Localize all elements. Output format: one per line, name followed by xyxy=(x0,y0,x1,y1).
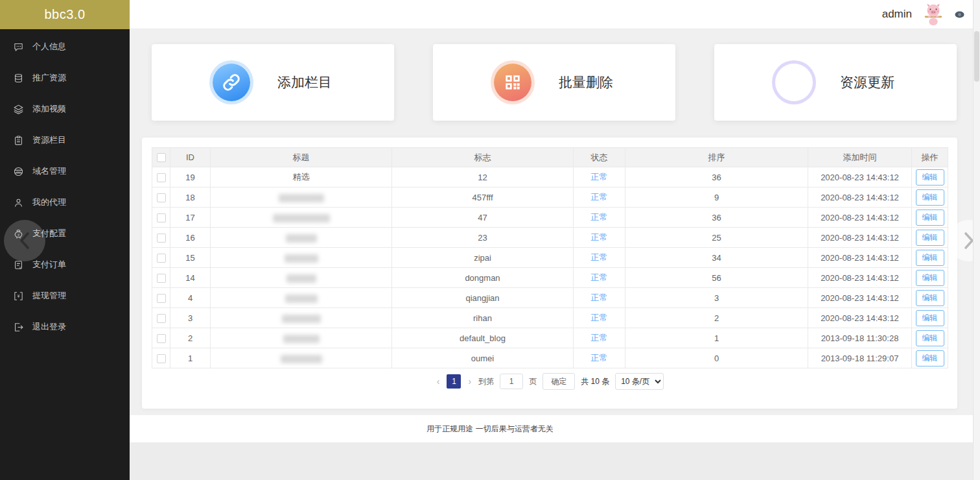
goto-label: 到第 xyxy=(478,376,494,387)
cell-ops: 编辑 xyxy=(912,268,948,288)
status-badge: 正常 xyxy=(591,293,608,302)
action-card-resource-update[interactable]: 资源更新 xyxy=(714,44,957,121)
cell-mark: default_blog xyxy=(392,328,574,348)
cell-status: 正常 xyxy=(574,348,625,368)
sidebar-item-my-agents[interactable]: 我的代理 xyxy=(0,187,130,218)
cell-status: 正常 xyxy=(574,328,625,348)
app-logo: bbc3.0 xyxy=(0,0,130,29)
redacted-title xyxy=(285,254,318,263)
cell-title xyxy=(211,248,392,268)
edit-button[interactable]: 编辑 xyxy=(916,250,944,266)
cell-sort: 2 xyxy=(625,308,808,328)
redacted-title xyxy=(283,335,320,343)
globe-icon: www xyxy=(13,166,24,177)
status-badge: 正常 xyxy=(591,272,608,282)
edit-button[interactable]: 编辑 xyxy=(916,310,944,326)
row-checkbox[interactable] xyxy=(157,274,166,283)
column-header: ID xyxy=(170,148,211,167)
row-checkbox[interactable] xyxy=(157,294,166,303)
redacted-title xyxy=(286,274,316,283)
sidebar-item-add-video[interactable]: 添加视频 xyxy=(0,93,130,125)
redacted-title xyxy=(282,315,321,323)
sidebar-item-withdraw-manage[interactable]: ¥ 提现管理 xyxy=(0,280,130,311)
username: admin xyxy=(882,8,912,21)
cell-id: 1 xyxy=(170,348,211,368)
sidebar-item-personal-info[interactable]: 个人信息 xyxy=(0,31,130,62)
cell-sort: 36 xyxy=(625,167,808,187)
edit-button[interactable]: 编辑 xyxy=(916,230,944,246)
svg-text:¥: ¥ xyxy=(19,266,21,270)
sidebar-item-resource-columns[interactable]: 资源栏目 xyxy=(0,125,130,156)
prev-page-button[interactable]: ‹ xyxy=(436,376,441,387)
cell-sort: 3 xyxy=(625,288,808,308)
edit-button[interactable]: 编辑 xyxy=(916,270,944,286)
sidebar-item-label: 域名管理 xyxy=(32,165,66,177)
page-label: 页 xyxy=(529,376,537,387)
row-checkbox[interactable] xyxy=(157,193,166,202)
clipboard-icon xyxy=(13,135,24,146)
page-size-select[interactable]: 10 条/页 xyxy=(615,373,664,390)
row-checkbox[interactable] xyxy=(157,173,166,182)
edit-button[interactable]: 编辑 xyxy=(916,210,944,226)
cell-ops: 编辑 xyxy=(912,167,948,187)
action-card-add-column[interactable]: 添加栏目 xyxy=(152,44,394,121)
cell-ops: 编辑 xyxy=(912,288,948,308)
cell-status: 正常 xyxy=(574,248,625,268)
cell-time: 2020-08-23 14:43:12 xyxy=(808,208,912,228)
sidebar-item-label: 个人信息 xyxy=(32,41,66,53)
redacted-title xyxy=(273,214,330,222)
collapse-sidebar-button[interactable] xyxy=(4,220,45,261)
confirm-page-button[interactable]: 确定 xyxy=(542,373,575,390)
cell-select xyxy=(152,348,170,368)
select-all-checkbox[interactable] xyxy=(157,153,166,162)
row-checkbox[interactable] xyxy=(157,234,166,243)
cell-title xyxy=(211,187,392,208)
sidebar-item-logout[interactable]: 退出登录 xyxy=(0,311,130,342)
row-checkbox[interactable] xyxy=(157,334,166,343)
column-header: 添加时间 xyxy=(808,148,912,167)
cell-mark: 457fff xyxy=(392,187,574,208)
redacted-title xyxy=(286,234,317,243)
scrollbar-track[interactable] xyxy=(973,0,980,480)
cell-sort: 36 xyxy=(625,208,808,228)
title-text: 精选 xyxy=(293,172,310,182)
cell-status: 正常 xyxy=(574,208,625,228)
row-checkbox[interactable] xyxy=(157,314,166,323)
action-card-label: 添加栏目 xyxy=(277,73,332,91)
cell-mark: 23 xyxy=(392,228,574,248)
row-checkbox[interactable] xyxy=(157,354,166,363)
scrollbar-thumb[interactable] xyxy=(974,31,979,82)
chevron-left-icon xyxy=(18,231,32,250)
cell-sort: 56 xyxy=(625,268,808,288)
table-panel: ID标题标志状态排序添加时间操作 19精选12正常362020-08-23 14… xyxy=(142,138,957,409)
cell-time: 2020-08-23 14:43:12 xyxy=(808,248,912,268)
cell-select xyxy=(152,268,170,288)
edit-button[interactable]: 编辑 xyxy=(916,290,944,306)
edit-button[interactable]: 编辑 xyxy=(916,189,944,206)
cell-status: 正常 xyxy=(574,288,625,308)
row-checkbox[interactable] xyxy=(157,254,166,263)
cell-time: 2020-08-23 14:43:12 xyxy=(808,187,912,208)
cell-id: 19 xyxy=(170,167,211,187)
row-checkbox[interactable] xyxy=(157,213,166,222)
cell-id: 17 xyxy=(170,208,211,228)
eye-icon[interactable] xyxy=(955,11,964,18)
cell-title: 精选 xyxy=(211,167,392,187)
edit-button[interactable]: 编辑 xyxy=(916,169,944,186)
page-1-button[interactable]: 1 xyxy=(447,374,461,389)
action-card-batch-delete[interactable]: 批量删除 xyxy=(433,44,675,121)
table-row: 3rihan正常22020-08-23 14:43:12编辑 xyxy=(152,308,948,328)
pig-avatar[interactable] xyxy=(921,2,946,27)
cell-mark: oumei xyxy=(392,348,574,368)
layers-icon xyxy=(13,104,24,115)
select-all-cell xyxy=(152,148,170,167)
goto-page-input[interactable] xyxy=(500,374,523,389)
edit-button[interactable]: 编辑 xyxy=(916,330,944,346)
next-page-button[interactable]: › xyxy=(467,376,472,387)
table-row: 15zipai正常342020-08-23 14:43:12编辑 xyxy=(152,248,948,268)
cell-title xyxy=(211,288,392,308)
sidebar-item-domain-manage[interactable]: www 域名管理 xyxy=(0,156,130,187)
edit-button[interactable]: 编辑 xyxy=(916,350,944,366)
sidebar-item-promo-resources[interactable]: 推广资源 xyxy=(0,62,130,93)
status-badge: 正常 xyxy=(591,313,608,322)
